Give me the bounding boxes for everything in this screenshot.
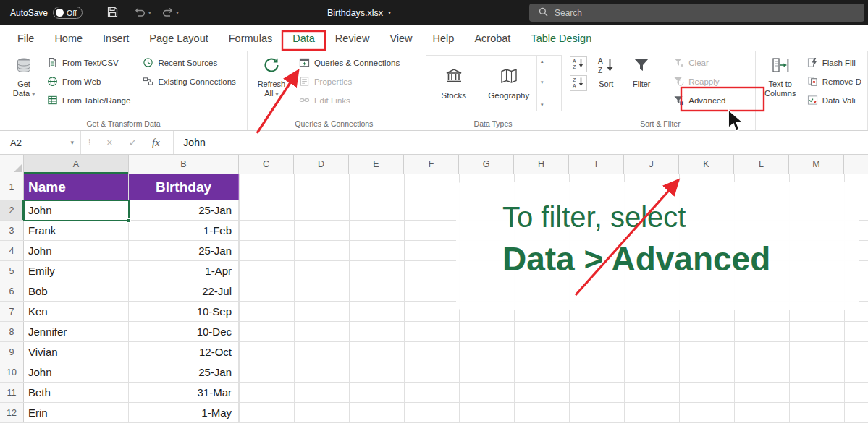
tab-page-layout[interactable]: Page Layout	[139, 25, 218, 51]
empty-cells-row-8[interactable]	[239, 322, 868, 341]
cell-B6[interactable]: 22-Jul	[129, 281, 239, 301]
row-header-6[interactable]: 6	[0, 281, 24, 301]
tab-acrobat[interactable]: Acrobat	[464, 25, 521, 51]
column-header-C[interactable]: C	[239, 155, 294, 174]
column-header-N[interactable]: N	[844, 155, 868, 174]
cell-B10[interactable]: 25-Jan	[129, 362, 239, 382]
row-header-4[interactable]: 4	[0, 241, 24, 260]
cell-B12[interactable]: 1-May	[129, 403, 239, 422]
insert-function-button[interactable]: fx	[144, 137, 167, 149]
column-header-F[interactable]: F	[404, 155, 459, 174]
empty-cells-row-9[interactable]	[239, 342, 868, 362]
empty-cells-row-12[interactable]	[239, 403, 868, 422]
column-header-K[interactable]: K	[679, 155, 734, 174]
cell-A10[interactable]: John	[24, 362, 129, 382]
cell-A3[interactable]: Frank	[24, 221, 129, 240]
cell-A11[interactable]: Beth	[24, 383, 129, 402]
column-header-I[interactable]: I	[569, 155, 624, 174]
stocks-button[interactable]: Stocks	[426, 56, 481, 111]
column-header-J[interactable]: J	[624, 155, 679, 174]
tab-table-design[interactable]: Table Design	[521, 25, 602, 51]
cell-A8[interactable]: Jennifer	[24, 322, 129, 341]
tab-data[interactable]: Data	[282, 25, 325, 51]
data-validation-button[interactable]: Data Vali	[804, 91, 864, 109]
cell-A4[interactable]: John	[24, 241, 129, 260]
gallery-more-icon[interactable]: ▾	[541, 101, 544, 108]
refresh-all-button[interactable]: RefreshAll ▾	[252, 54, 291, 99]
sort-button[interactable]: AZ Sort	[589, 54, 623, 89]
row-header-7[interactable]: 7	[0, 302, 24, 321]
search-box[interactable]: Search	[529, 4, 864, 22]
sort-ascending-button[interactable]: AZ	[570, 56, 587, 72]
column-header-A[interactable]: A	[24, 155, 129, 174]
cell-A5[interactable]: Emily	[24, 261, 129, 281]
cell-B9[interactable]: 12-Oct	[129, 342, 239, 362]
advanced-filter-button[interactable]: Advanced	[670, 91, 728, 109]
document-title[interactable]: Birthdays.xlsx ▾	[327, 0, 391, 25]
from-table-range-button[interactable]: From Table/Range	[43, 91, 133, 109]
row-header-12[interactable]: 12	[0, 403, 24, 422]
enter-formula-button[interactable]: ✓	[121, 137, 144, 148]
row-header-11[interactable]: 11	[0, 383, 24, 402]
cell-B11[interactable]: 31-Mar	[129, 383, 239, 402]
tab-insert[interactable]: Insert	[93, 25, 139, 51]
cell-B4[interactable]: 25-Jan	[129, 241, 239, 260]
filter-button[interactable]: Filter	[623, 54, 660, 89]
undo-button[interactable]: ▾	[134, 7, 151, 20]
tab-review[interactable]: Review	[325, 25, 380, 51]
row-header-1[interactable]: 1	[0, 174, 24, 200]
recent-sources-button[interactable]: Recent Sources	[139, 54, 238, 72]
cell-B3[interactable]: 1-Feb	[129, 221, 239, 240]
row-header-9[interactable]: 9	[0, 342, 24, 362]
from-text-csv-button[interactable]: From Text/CSV	[43, 54, 133, 72]
cell-B7[interactable]: 10-Sep	[129, 302, 239, 321]
sort-descending-button[interactable]: ZA	[570, 75, 587, 91]
autosave-control[interactable]: AutoSave Off	[10, 7, 83, 19]
from-web-button[interactable]: From Web	[43, 72, 133, 90]
formula-input[interactable]: John	[174, 131, 868, 154]
cell-B8[interactable]: 10-Dec	[129, 322, 239, 341]
queries-connections-button[interactable]: Queries & Connections	[295, 54, 403, 72]
name-box[interactable]: A2 ▾	[0, 131, 81, 154]
gallery-scrollbar[interactable]: ▴ ▾ ▾	[536, 56, 547, 111]
empty-cells-row-11[interactable]	[239, 383, 868, 402]
tab-formulas[interactable]: Formulas	[219, 25, 282, 51]
cell-A2[interactable]: John	[24, 200, 129, 220]
empty-cells-row-10[interactable]	[239, 362, 868, 382]
cell-A6[interactable]: Bob	[24, 281, 129, 301]
redo-button[interactable]: ▾	[161, 7, 179, 20]
column-header-M[interactable]: M	[789, 155, 844, 174]
cell-A1[interactable]: Name	[24, 174, 129, 200]
cell-A9[interactable]: Vivian	[24, 342, 129, 362]
column-header-H[interactable]: H	[514, 155, 569, 174]
gallery-scroll-down-icon[interactable]: ▾	[541, 80, 544, 85]
cell-A12[interactable]: Erin	[24, 403, 129, 422]
cell-B1[interactable]: Birthday	[129, 174, 239, 200]
column-header-B[interactable]: B	[129, 155, 239, 174]
cancel-formula-button[interactable]: ×	[98, 137, 121, 148]
row-header-3[interactable]: 3	[0, 221, 24, 240]
column-header-L[interactable]: L	[734, 155, 789, 174]
save-button[interactable]	[107, 7, 118, 20]
column-header-D[interactable]: D	[294, 155, 349, 174]
text-to-columns-button[interactable]: Text toColumns	[760, 54, 801, 98]
tab-home[interactable]: Home	[44, 25, 93, 51]
existing-connections-button[interactable]: Existing Connections	[139, 72, 238, 90]
cell-B5[interactable]: 1-Apr	[129, 261, 239, 281]
row-header-8[interactable]: 8	[0, 322, 24, 341]
tab-help[interactable]: Help	[423, 25, 465, 51]
tab-file[interactable]: File	[7, 25, 44, 51]
namebox-caret-icon[interactable]: ▾	[70, 139, 74, 146]
geography-button[interactable]: Geography	[481, 56, 536, 111]
cell-A7[interactable]: Ken	[24, 302, 129, 321]
get-data-button[interactable]: GetData ▾	[4, 54, 43, 99]
flash-fill-button[interactable]: Flash Fill	[804, 54, 864, 72]
row-header-5[interactable]: 5	[0, 261, 24, 281]
remove-duplicates-button[interactable]: Remove D	[804, 72, 864, 90]
tab-view[interactable]: View	[379, 25, 422, 51]
row-header-2[interactable]: 2	[0, 200, 24, 220]
column-header-G[interactable]: G	[459, 155, 514, 174]
autosave-toggle[interactable]: Off	[53, 7, 83, 19]
select-all-button[interactable]	[0, 155, 24, 174]
cell-B2[interactable]: 25-Jan	[129, 200, 239, 220]
